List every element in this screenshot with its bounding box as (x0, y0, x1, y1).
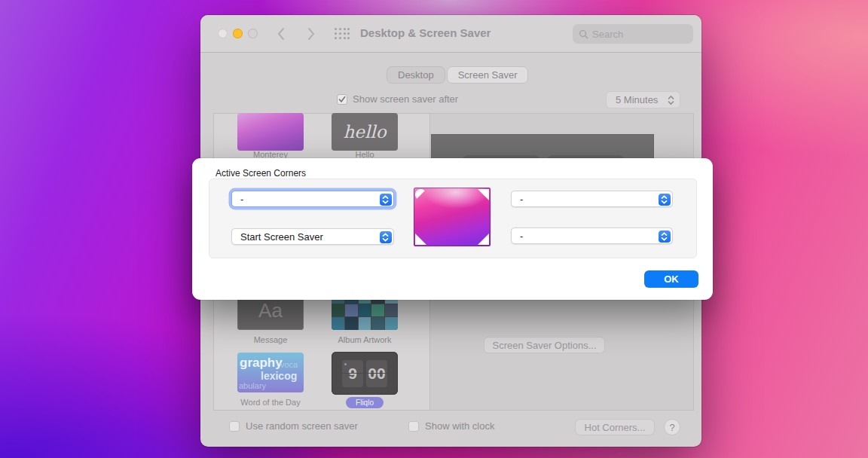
saver-thumb-word-of-the-day[interactable]: graphy voca lexicog abulary (237, 353, 304, 392)
show-after-label: Show screen saver after (353, 93, 458, 105)
help-button[interactable]: ? (664, 419, 680, 435)
selected-saver-badge: Fliqlo (346, 397, 384, 408)
search-field[interactable] (573, 24, 693, 44)
am-indicator (344, 363, 347, 365)
show-all-grid-icon[interactable] (335, 28, 350, 40)
corner-select-bottom-right[interactable]: - (511, 227, 673, 244)
flip-clock-hour: 9 (342, 360, 363, 387)
hot-corners-button[interactable]: Hot Corners... (575, 419, 655, 435)
random-saver-checkbox[interactable] (229, 421, 240, 432)
show-clock-label: Show with clock (425, 420, 494, 432)
tab-bar: Desktop Screen Saver (387, 66, 528, 84)
word-fragment: abulary (239, 381, 266, 390)
chevron-up-down-icon (668, 95, 674, 105)
titlebar: Desktop & Screen Saver (200, 15, 701, 53)
chevron-up-down-icon (380, 231, 392, 243)
back-arrow-icon[interactable] (273, 25, 291, 43)
tab-desktop[interactable]: Desktop (387, 66, 445, 84)
corner-triangle-icon (415, 189, 426, 200)
ok-button[interactable]: OK (644, 270, 698, 288)
random-saver-row: Use random screen saver (229, 420, 358, 432)
corner-triangle-icon (415, 234, 426, 245)
close-button[interactable] (218, 29, 228, 38)
saver-thumb-fliqlo[interactable]: 9 00 (332, 352, 398, 395)
corner-select-top-left[interactable]: - (231, 191, 394, 207)
saver-label-message: Message (222, 335, 319, 344)
check-icon (338, 96, 346, 103)
search-icon (579, 29, 588, 39)
corner-select-top-right[interactable]: - (511, 191, 673, 207)
chevron-up-down-icon (659, 231, 671, 243)
chevron-up-down-icon (380, 194, 392, 206)
screen-corners-preview (414, 188, 491, 246)
show-clock-checkbox[interactable] (408, 421, 419, 432)
duration-popup[interactable]: 5 Minutes (606, 91, 680, 108)
word-fragment: voca (280, 360, 298, 369)
forward-arrow-icon[interactable] (301, 25, 319, 43)
show-after-checkbox[interactable] (337, 94, 347, 105)
chevron-up-down-icon (659, 194, 671, 206)
saver-thumb-monterey[interactable] (237, 113, 304, 151)
corner-triangle-icon (478, 234, 489, 245)
duration-value: 5 Minutes (616, 94, 658, 105)
desktop: Desktop & Screen Saver Desktop Screen Sa… (0, 0, 868, 458)
random-saver-label: Use random screen saver (246, 420, 358, 432)
search-input[interactable] (592, 29, 687, 40)
hello-script-text: hello (344, 122, 387, 142)
show-clock-row: Show with clock (408, 420, 494, 432)
flip-clock-minute: 00 (366, 360, 387, 387)
minimize-button[interactable] (233, 29, 243, 38)
corner-select-bottom-left[interactable]: Start Screen Saver (231, 228, 394, 245)
corner-value: - (240, 194, 243, 205)
corner-triangle-icon (478, 189, 489, 200)
word-fragment: graphy (240, 356, 283, 371)
corner-value: - (520, 194, 523, 205)
saver-label-album: Album Artwork (316, 335, 414, 344)
window-title: Desktop & Screen Saver (360, 26, 491, 39)
show-after-row: Show screen saver after 5 Minutes (337, 93, 698, 105)
screen-saver-options-button[interactable]: Screen Saver Options... (484, 337, 605, 353)
word-fragment: lexicog (261, 370, 297, 382)
saver-thumb-hello[interactable]: hello (332, 113, 398, 151)
corner-value: - (520, 231, 523, 242)
corner-value: Start Screen Saver (240, 231, 323, 243)
active-screen-corners-sheet: Active Screen Corners - Start Screen Sav… (192, 158, 713, 300)
sheet-title: Active Screen Corners (215, 168, 306, 179)
saver-label-word: Word of the Day (222, 398, 319, 407)
zoom-button[interactable] (248, 29, 258, 38)
message-glyph: Aa (258, 299, 283, 322)
tab-screen-saver[interactable]: Screen Saver (447, 66, 529, 84)
